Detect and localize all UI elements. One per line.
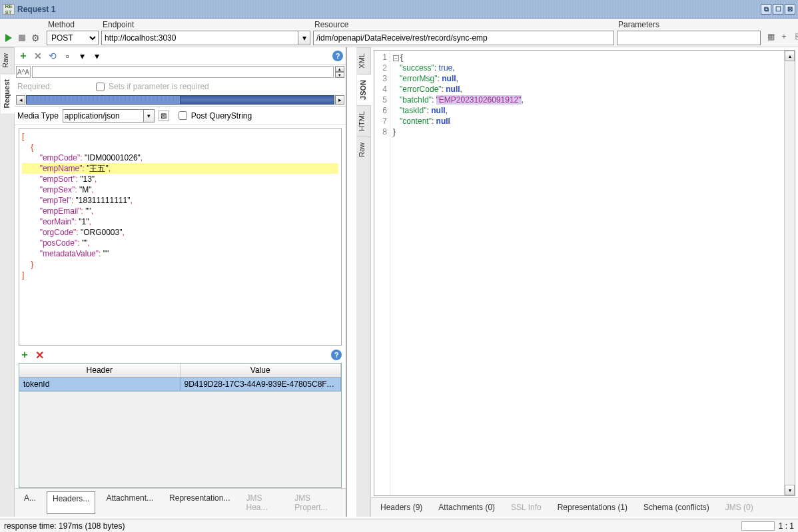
scroll-left-button[interactable]: ◂ (16, 95, 25, 105)
tab-xml[interactable]: XML (356, 47, 370, 74)
restore-down-icon[interactable]: ⧉ (761, 4, 771, 15)
link-icon[interactable]: ⎘ (793, 32, 798, 41)
required-hint: Sets if parameter is required (109, 82, 209, 91)
header-name-cell: tokenId (19, 378, 181, 391)
window-title: Request 1 (17, 5, 761, 14)
maximize-icon[interactable]: ☐ (773, 4, 783, 15)
gear-icon: ⚙ (31, 33, 40, 43)
toolbar-icon-2[interactable]: ▫ (61, 50, 73, 62)
response-lines: −{ "success": true, "errorMsg": null, "e… (390, 51, 784, 495)
table-row[interactable]: tokenId 9D419D28-17C3-44A9-939E-47805C8F… (19, 378, 341, 392)
remove-param-button[interactable]: ✕ (32, 50, 44, 62)
endpoint-label: Endpoint (101, 20, 310, 29)
method-select[interactable]: POST (47, 31, 99, 45)
media-type-label: Media Type (17, 111, 59, 121)
resource-input[interactable] (313, 31, 614, 45)
required-checkbox[interactable] (96, 83, 105, 91)
play-icon (5, 34, 12, 42)
tab-attachment[interactable]: Attachment... (101, 491, 159, 514)
tab-headers[interactable]: Headers... (47, 491, 95, 514)
tab-html[interactable]: HTML (356, 105, 370, 136)
stop-button[interactable] (16, 32, 28, 44)
request-body-editor[interactable]: [ { "empCode": "IDM00001026", "empName":… (19, 128, 342, 346)
response-bottom-tabs: Headers (9) Attachments (0) SSL Info Rep… (371, 497, 798, 517)
remove-header-button[interactable]: ✕ (33, 349, 45, 361)
method-label: Method (47, 20, 99, 29)
param-name-input[interactable] (32, 66, 334, 78)
tab-auth[interactable]: A... (19, 491, 41, 514)
headers-table: Header Value tokenId 9D419D28-17C3-44A9-… (19, 363, 342, 488)
add-header-button[interactable]: + (19, 349, 31, 361)
tab-resp-jms: JMS (0) (720, 501, 759, 514)
tab-resp-schema[interactable]: Schema (conflicts) (638, 501, 715, 514)
chevron-down-icon-2[interactable]: ▾ (91, 50, 103, 62)
layout-icon[interactable]: ▦ (766, 32, 775, 41)
required-label: Required: (17, 82, 52, 91)
param-type-icon: A^A (16, 66, 31, 78)
tab-representation[interactable]: Representation... (164, 491, 235, 514)
add-param-button[interactable]: + (17, 50, 29, 62)
response-side-tabs: XML JSON HTML Raw (356, 47, 371, 517)
scroll-up-button[interactable]: ▴ (785, 51, 795, 61)
parameters-label: Parameters (617, 20, 761, 29)
tab-resp-ssl: SSL Info (506, 501, 547, 514)
scroll-right-button[interactable]: ▸ (335, 95, 344, 105)
close-icon[interactable]: ⊠ (785, 4, 795, 15)
request-side-tabs: Raw Request (0, 47, 15, 517)
help-icon-headers[interactable]: ? (331, 350, 342, 360)
tab-jms-properties: JMS Propert... (289, 491, 342, 514)
response-scrollbar[interactable]: ▴ ▾ (784, 51, 795, 495)
request-bottom-tabs: A... Headers... Attachment... Representa… (15, 488, 346, 517)
parameters-input[interactable] (617, 31, 761, 45)
status-bar: response time: 197ms (108 bytes) 1 : 1 (0, 519, 798, 532)
tab-raw-response[interactable]: Raw (356, 136, 370, 162)
header-col-value: Value (181, 364, 342, 377)
post-querystring-checkbox[interactable] (179, 111, 187, 120)
stop-icon (19, 35, 25, 41)
param-scrollbar[interactable] (26, 95, 334, 105)
status-cursor-position: 1 : 1 (779, 521, 794, 531)
endpoint-input[interactable] (101, 31, 298, 45)
rest-icon: REST (3, 4, 15, 15)
run-button[interactable] (3, 32, 15, 44)
chevron-down-icon[interactable]: ▾ (76, 50, 88, 62)
title-bar: REST Request 1 ⧉ ☐ ⊠ (0, 0, 798, 19)
post-querystring-label: Post QueryString (191, 111, 252, 121)
settings-button[interactable]: ⚙ (29, 32, 41, 44)
spinner-down[interactable]: ▾ (335, 72, 344, 78)
resource-label: Resource (313, 20, 614, 29)
tab-resp-representations[interactable]: Representations (1) (552, 501, 633, 514)
add-icon[interactable]: + (779, 32, 789, 41)
tab-resp-headers[interactable]: Headers (9) (375, 501, 428, 514)
endpoint-dropdown[interactable]: ▾ (298, 31, 310, 45)
toolbar-icon-1[interactable]: ⟲ (47, 50, 59, 62)
tab-json[interactable]: JSON (357, 74, 371, 105)
tab-raw-request[interactable]: Raw (0, 47, 14, 73)
tab-jms-headers: JMS Hea... (240, 491, 284, 514)
header-value-cell: 9D419D28-17C3-44A9-939E-47805C8FAC... (181, 378, 342, 391)
header-col-name: Header (19, 364, 181, 377)
scroll-down-button[interactable]: ▾ (785, 485, 795, 495)
tab-resp-attachments[interactable]: Attachments (0) (433, 501, 500, 514)
line-gutter: 12345678 (374, 51, 390, 495)
spinner-up[interactable]: ▴ (335, 66, 344, 72)
media-edit-icon[interactable]: ▧ (159, 111, 169, 121)
help-icon[interactable]: ? (332, 51, 343, 61)
media-type-dropdown[interactable]: ▾ (144, 109, 155, 123)
request-toolbar: ⚙ Method POST Endpoint ▾ Resource Parame… (0, 19, 798, 47)
status-box (741, 521, 775, 531)
response-viewer[interactable]: 12345678 −{ "success": true, "errorMsg":… (374, 50, 795, 496)
media-type-select[interactable] (63, 109, 144, 123)
status-response-time: response time: 197ms (108 bytes) (4, 521, 125, 531)
tab-request[interactable]: Request (1, 73, 15, 113)
